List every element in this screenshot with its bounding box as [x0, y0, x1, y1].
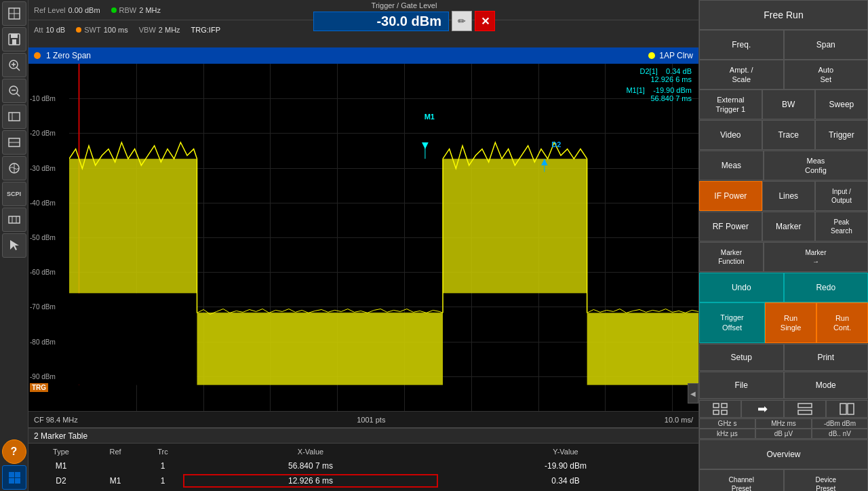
svg-rect-26: [15, 478, 20, 484]
swt-item: SWT 100 ms: [76, 26, 128, 34]
trigger-value-display: -30.0 dBm: [313, 12, 449, 31]
toolbar-btn-5[interactable]: [2, 156, 26, 180]
marker-function-button[interactable]: Marker Function: [699, 242, 764, 272]
trigger-edit-button[interactable]: ✏: [452, 11, 472, 31]
undo-button[interactable]: Undo: [699, 273, 784, 302]
toolbar-btn-scpi[interactable]: SCPI: [2, 182, 26, 206]
db-uv-btn[interactable]: dB µV: [755, 429, 812, 439]
run-single-button[interactable]: Run Single: [765, 302, 816, 343]
file-mode-row: File Mode: [699, 372, 868, 399]
col-type-header: Type: [34, 448, 88, 456]
icon-btn-arrow-right[interactable]: ➡: [741, 400, 783, 418]
khz-us-btn[interactable]: kHz µs: [699, 429, 755, 439]
toolbar-btn-zoom-in[interactable]: [2, 53, 26, 77]
toolbar-btn-3[interactable]: [2, 104, 26, 129]
span-button[interactable]: Span: [784, 30, 869, 60]
ampt-scale-button[interactable]: Ampt. / Scale: [699, 60, 784, 90]
m1-label: M1[1]: [626, 86, 645, 94]
undo-redo-row: Undo Redo: [699, 273, 868, 302]
ampt-autoset-row: Ampt. / Scale Auto Set: [699, 60, 868, 90]
svg-rect-36: [69, 293, 197, 385]
svg-rect-27: [713, 404, 719, 408]
svg-rect-40: [443, 159, 587, 293]
toolbar-btn-help[interactable]: ?: [2, 439, 26, 464]
meas-row: Meas Meas Config: [699, 151, 868, 181]
ext-trigger-row: External Trigger 1 BW Sweep: [699, 90, 868, 120]
free-run-button[interactable]: Free Run: [699, 0, 868, 30]
svg-rect-31: [798, 404, 812, 408]
toolbar-btn-4[interactable]: [2, 130, 26, 155]
auto-set-button[interactable]: Auto Set: [784, 60, 869, 90]
mode-button[interactable]: Mode: [784, 372, 869, 399]
svg-rect-38: [197, 313, 443, 385]
lines-button[interactable]: Lines: [762, 181, 815, 211]
device-preset-button[interactable]: Device Preset: [784, 469, 869, 491]
peak-search-button[interactable]: Peak Search: [815, 212, 868, 241]
svg-rect-33: [840, 404, 846, 414]
setup-button[interactable]: Setup: [699, 344, 784, 371]
toolbar-btn-windows[interactable]: [2, 465, 26, 490]
marker-row-m1: M1 1 56.840 7 ms -19.90 dBm: [34, 458, 693, 473]
toolbar-btn-save[interactable]: [2, 27, 26, 52]
channel-preset-button[interactable]: Channel Preset: [699, 469, 784, 491]
trigger-offset-button[interactable]: Trigger Offset: [699, 302, 765, 343]
att-label: Att: [34, 26, 43, 34]
m1-info: M1[1] -19.90 dBm: [626, 86, 692, 94]
trigger-close-button[interactable]: ✕: [475, 11, 495, 31]
m1-type: M1: [34, 461, 88, 471]
print-button[interactable]: Print: [784, 344, 869, 371]
svg-rect-34: [848, 404, 854, 414]
external-trigger1-button[interactable]: External Trigger 1: [699, 90, 762, 119]
collapse-button[interactable]: ◀: [688, 383, 698, 404]
trigger-gate-label: Trigger / Gate Level: [372, 1, 437, 9]
freq-button[interactable]: Freq.: [699, 30, 784, 60]
bw-button[interactable]: BW: [762, 90, 815, 119]
icon-btn-4[interactable]: [826, 400, 868, 418]
chart-indicator: 1AP Clrw: [648, 51, 693, 60]
toolbar-btn-6[interactable]: [2, 208, 26, 232]
if-power-button[interactable]: IF Power: [699, 181, 762, 211]
m1-yval: -19.90 dBm: [438, 461, 693, 471]
toolbar-btn-cursor[interactable]: [2, 233, 26, 258]
marker-table-header: Type Ref Trc X-Value Y-Value: [34, 445, 693, 458]
input-output-button[interactable]: Input / Output: [815, 181, 868, 211]
svg-rect-28: [722, 404, 727, 408]
vbw-value: 2 MHz: [159, 26, 180, 34]
mhz-ms-btn[interactable]: MHz ms: [755, 418, 812, 429]
toolbar-btn-1[interactable]: [2, 1, 26, 26]
run-cont-button[interactable]: Run Cont.: [816, 302, 868, 343]
trigger-button[interactable]: Trigger: [815, 120, 868, 150]
swt-value: 100 ms: [104, 26, 128, 34]
overview-button[interactable]: Overview: [699, 439, 868, 469]
icon-btn-1[interactable]: [699, 400, 741, 418]
unit-row-2: kHz µs dB µV dB.. nV: [699, 429, 868, 439]
marker-info: D2[1] 0.34 dB 12.926 6 ms M1[1] -19.90 d…: [626, 67, 692, 102]
chart-rate: 10.0 ms/: [665, 416, 693, 424]
file-button[interactable]: File: [699, 372, 784, 399]
marker-d2-label: D2: [551, 140, 561, 149]
rf-power-button[interactable]: RF Power: [699, 212, 762, 241]
toolbar-btn-zoom-out[interactable]: [2, 79, 26, 103]
redo-button[interactable]: Redo: [784, 273, 869, 302]
y-label-4: -40 dBm: [30, 199, 56, 206]
freq-span-row: Freq. Span: [699, 30, 868, 60]
sweep-button[interactable]: Sweep: [815, 90, 868, 119]
icon-btn-row: ➡: [699, 399, 868, 418]
db-nv-btn[interactable]: dB.. nV: [812, 429, 868, 439]
icon-btn-3[interactable]: [784, 400, 826, 418]
rbw-item: RBW 2 MHz: [111, 6, 161, 14]
video-button[interactable]: Video: [699, 120, 762, 150]
marker-arrow-button[interactable]: Marker →: [764, 242, 868, 272]
svg-rect-13: [9, 113, 20, 121]
chart-indicator-label: 1AP Clrw: [659, 51, 693, 60]
d2-xval[interactable]: 12.926 6 ms: [183, 474, 438, 488]
ghz-s-btn[interactable]: GHz s: [699, 418, 755, 429]
meas-config-button[interactable]: Meas Config: [764, 151, 868, 180]
meas-button[interactable]: Meas: [699, 151, 764, 180]
y-label-6: -60 dBm: [30, 269, 56, 276]
marker-button[interactable]: Marker: [762, 212, 815, 241]
col-trc-header: Trc: [142, 448, 183, 456]
dbm-dbm-btn[interactable]: -dBm dBm: [812, 418, 868, 429]
trace-button[interactable]: Trace: [762, 120, 815, 150]
chart-title: 1 Zero Span: [46, 51, 91, 60]
